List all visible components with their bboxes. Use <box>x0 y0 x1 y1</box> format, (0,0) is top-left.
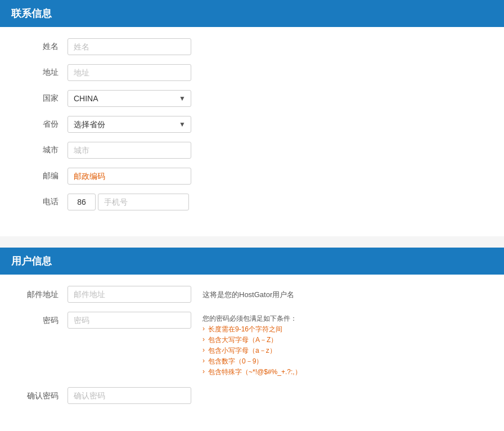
province-select[interactable]: 选择省份 北京 上海 广东 浙江 <box>68 116 191 133</box>
province-row: 省份 选择省份 北京 上海 广东 浙江 ▼ <box>22 116 482 133</box>
contact-section-header: 联系信息 <box>0 0 504 27</box>
email-input[interactable] <box>68 286 191 303</box>
password-hint-3: 包含小写字母（a－z） <box>202 346 302 356</box>
password-hints-title: 您的密码必须包满足如下条件： <box>202 314 302 324</box>
password-hints-block: 您的密码必须包满足如下条件： 长度需在9-16个字符之间 包含大写字母（A－Z）… <box>202 312 302 378</box>
phone-inputs <box>68 194 189 210</box>
email-row: 邮件地址 这将是您的HostGator用户名 <box>22 286 482 303</box>
country-select-wrapper: CHINA USA UK Japan Korea ▼ <box>68 90 191 107</box>
name-label: 姓名 <box>22 42 68 52</box>
user-section-body: 邮件地址 这将是您的HostGator用户名 密码 您的密码必须包满足如下条件：… <box>0 275 504 430</box>
contact-section: 联系信息 姓名 地址 国家 CHINA USA UK Japan Korea <box>0 0 504 236</box>
country-select[interactable]: CHINA USA UK Japan Korea <box>68 90 191 107</box>
address-input[interactable] <box>68 64 191 81</box>
phone-number-input[interactable] <box>98 194 189 210</box>
address-label: 地址 <box>22 68 68 78</box>
country-row: 国家 CHINA USA UK Japan Korea ▼ <box>22 90 482 107</box>
city-label: 城市 <box>22 145 68 155</box>
confirm-password-input[interactable] <box>68 387 191 404</box>
password-hint-1: 长度需在9-16个字符之间 <box>202 325 302 334</box>
password-input[interactable] <box>68 312 191 329</box>
city-row: 城市 <box>22 142 482 159</box>
password-hint-2: 包含大写字母（A－Z） <box>202 335 302 345</box>
email-label: 邮件地址 <box>22 286 68 300</box>
phone-code-input[interactable] <box>68 194 96 210</box>
name-row: 姓名 <box>22 38 482 55</box>
user-title: 用户信息 <box>11 255 52 267</box>
postal-row: 邮编 <box>22 168 482 185</box>
phone-label: 电话 <box>22 197 68 207</box>
password-row: 密码 您的密码必须包满足如下条件： 长度需在9-16个字符之间 包含大写字母（A… <box>22 312 482 378</box>
password-label: 密码 <box>22 312 68 326</box>
password-hints-list: 长度需在9-16个字符之间 包含大写字母（A－Z） 包含小写字母（a－z） 包含… <box>202 325 302 377</box>
address-row: 地址 <box>22 64 482 81</box>
phone-row: 电话 <box>22 194 482 210</box>
postal-input[interactable] <box>68 168 191 185</box>
province-select-wrapper: 选择省份 北京 上海 广东 浙江 ▼ <box>68 116 191 133</box>
password-hint-4: 包含数字（0－9） <box>202 357 302 366</box>
confirm-password-row: 确认密码 <box>22 387 482 404</box>
confirm-password-label: 确认密码 <box>22 387 68 401</box>
province-label: 省份 <box>22 119 68 129</box>
city-input[interactable] <box>68 142 191 159</box>
postal-label: 邮编 <box>22 171 68 181</box>
contact-section-body: 姓名 地址 国家 CHINA USA UK Japan Korea ▼ <box>0 27 504 236</box>
user-section-header: 用户信息 <box>0 248 504 275</box>
email-hint: 这将是您的HostGator用户名 <box>202 286 294 300</box>
password-hint-5: 包含特殊字（~*!@$#%_+.?:,） <box>202 367 302 377</box>
country-label: 国家 <box>22 93 68 104</box>
contact-title: 联系信息 <box>11 8 52 19</box>
name-input[interactable] <box>68 38 191 55</box>
user-section: 用户信息 邮件地址 这将是您的HostGator用户名 密码 您的密码必须包满足… <box>0 248 504 431</box>
